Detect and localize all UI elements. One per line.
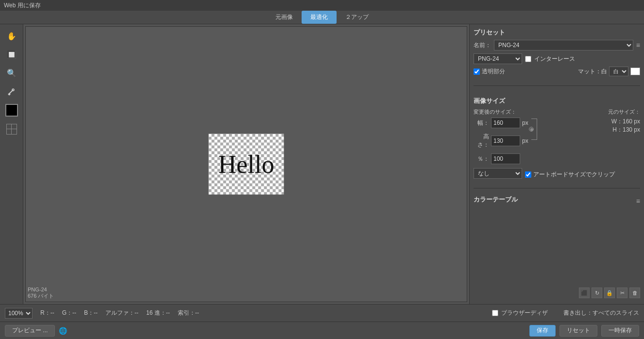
format-select[interactable]: PNG-24 PNG-8 JPEG GIF: [474, 53, 522, 64]
preset-name-row: 名前： PNG-24 PNG-8 JPEG GIF ≡: [474, 40, 640, 51]
panel-icon-2[interactable]: ↻: [592, 288, 602, 298]
interlace-label: インターレース: [534, 55, 575, 63]
matte-swatch: [630, 68, 640, 75]
preset-title: プリセット: [474, 28, 640, 37]
transparency-checkbox[interactable]: [474, 68, 480, 75]
resample-select[interactable]: なし バイキュービック法 バイリニア法: [474, 168, 522, 179]
right-panel: プリセット 名前： PNG-24 PNG-8 JPEG GIF ≡ PNG-24…: [469, 24, 644, 304]
g-value: G：--: [62, 309, 76, 317]
original-size-label: 元のサイズ：: [542, 108, 640, 116]
color-table-header: カラーテーブル ≡: [474, 195, 640, 207]
size-inputs-row: 変更後のサイズ： 幅： px 高さ： px: [474, 108, 640, 166]
clip-checkbox[interactable]: [525, 171, 531, 178]
action-left: プレビュー ... 🌐: [5, 325, 67, 337]
tab-optimized[interactable]: 最適化: [302, 11, 337, 24]
clip-label: アートボードサイズでクリップ: [533, 170, 615, 179]
app-title: Web 用に保存: [4, 1, 41, 10]
height-label: 高さ：: [474, 133, 489, 149]
original-w: W：160 px: [542, 118, 640, 126]
height-input[interactable]: [491, 136, 520, 146]
image-size-section: 画像サイズ 変更後のサイズ： 幅： px 高さ： px: [474, 97, 640, 181]
original-size-col: 元のサイズ： W：160 px H：130 px: [542, 108, 640, 166]
world-icon[interactable]: 🌐: [59, 327, 67, 335]
tab-bar: 元画像 最適化 ２アップ: [0, 11, 644, 24]
after-size-label: 変更後のサイズ：: [474, 108, 537, 116]
panel-icons: ⬛ ↻ 🔒 ✂ 🗑: [474, 286, 640, 300]
panel-icon-1[interactable]: ⬛: [579, 288, 590, 298]
separator-2: [474, 188, 640, 188]
height-row: 高さ： px: [474, 130, 537, 152]
action-bar: プレビュー ... 🌐 保存 リセット 一時保存: [0, 322, 644, 339]
color-table-menu-icon[interactable]: ≡: [636, 197, 640, 205]
image-text: Hello: [218, 150, 274, 179]
r-value: R：--: [40, 309, 54, 317]
export-label: 書き出し：すべてのスライス: [563, 309, 639, 317]
tab-two-up[interactable]: ２アップ: [337, 11, 377, 24]
panel-icon-3[interactable]: 🔒: [604, 288, 615, 298]
preset-name-select[interactable]: PNG-24 PNG-8 JPEG GIF: [494, 40, 633, 51]
transparency-row: 透明部分 マット：白 白 黒 なし: [474, 67, 640, 76]
canvas-info: PNG-24 676 バイト: [28, 287, 54, 300]
eyedropper-tool[interactable]: [4, 84, 19, 99]
slice-tool[interactable]: [4, 121, 19, 137]
tab-original[interactable]: 元画像: [267, 11, 302, 24]
title-bar: Web 用に保存: [0, 0, 644, 11]
image-size-title: 画像サイズ: [474, 97, 640, 105]
resample-row: なし バイキュービック法 バイリニア法 アートボードサイズでクリップ: [474, 168, 640, 179]
hex-value: 16 進：--: [146, 309, 170, 317]
alpha-value: アルファ：--: [105, 309, 138, 317]
width-input[interactable]: [491, 118, 520, 128]
color-swatch[interactable]: [5, 104, 18, 117]
preset-section: プリセット 名前： PNG-24 PNG-8 JPEG GIF ≡ PNG-24…: [474, 28, 640, 79]
reset-button[interactable]: リセット: [559, 325, 597, 337]
browser-dither-area: ブラウザーディザ: [492, 309, 548, 317]
clip-checkbox-row: アートボードサイズでクリップ: [525, 170, 615, 179]
original-h: H：130 px: [542, 126, 640, 134]
percent-input[interactable]: [491, 153, 520, 164]
action-right: 保存 リセット 一時保存: [529, 325, 639, 337]
canvas-format: PNG-24: [28, 287, 54, 292]
save-button[interactable]: 保存: [529, 325, 556, 337]
panel-icon-5[interactable]: 🗑: [629, 288, 640, 298]
size-after-col: 変更後のサイズ： 幅： px 高さ： px: [474, 108, 537, 166]
width-row: 幅： px: [474, 118, 537, 128]
temp-save-button[interactable]: 一時保存: [601, 325, 639, 337]
transparency-checkbox-row: 透明部分: [474, 68, 505, 76]
color-table-title: カラーテーブル: [474, 195, 518, 204]
zoom-select[interactable]: 100% 25% 50% 200% 400%: [5, 308, 33, 319]
slice-select-tool[interactable]: 🔲: [4, 47, 19, 62]
separator-1: [474, 85, 640, 86]
status-bar: 100% 25% 50% 200% 400% R：-- G：-- B：-- アル…: [0, 304, 644, 322]
canvas-size: 676 バイト: [28, 292, 54, 300]
link-bracket: [531, 130, 537, 152]
format-row: PNG-24 PNG-8 JPEG GIF インターレース: [474, 53, 640, 64]
height-unit: px: [522, 137, 528, 144]
browser-dither-label: ブラウザーディザ: [501, 309, 548, 317]
percent-label: ％：: [474, 155, 489, 163]
matte-select[interactable]: 白 黒 なし: [609, 67, 628, 76]
main-area: ✋ 🔲 🔍 Hello PNG-24: [0, 24, 644, 304]
width-unit: px: [522, 119, 528, 126]
width-label: 幅：: [474, 119, 489, 127]
interlace-checkbox[interactable]: [525, 56, 531, 62]
image-preview: Hello: [209, 134, 284, 195]
hand-tool[interactable]: ✋: [4, 28, 19, 44]
zoom-tool[interactable]: 🔍: [4, 65, 19, 81]
preset-name-label: 名前：: [474, 41, 491, 50]
toolbar: ✋ 🔲 🔍: [0, 24, 23, 304]
canvas-inner: Hello: [209, 134, 284, 195]
browser-dither-checkbox[interactable]: [492, 310, 498, 316]
index-value: 索引：--: [178, 309, 199, 317]
matte-label: マット：白: [578, 68, 607, 76]
b-value: B：--: [84, 309, 98, 317]
preview-button[interactable]: プレビュー ...: [5, 325, 55, 337]
transparency-label: 透明部分: [482, 68, 505, 76]
matte-row: マット：白 白 黒 なし: [578, 67, 640, 76]
panel-spacer: [474, 211, 640, 282]
panel-icon-4[interactable]: ✂: [617, 288, 627, 298]
canvas-area: Hello PNG-24 676 バイト: [25, 26, 467, 302]
interlace-row: インターレース: [525, 55, 575, 63]
percent-row: ％：: [474, 153, 537, 164]
color-table-section: カラーテーブル ≡: [474, 195, 640, 207]
preset-menu-icon[interactable]: ≡: [636, 41, 640, 49]
